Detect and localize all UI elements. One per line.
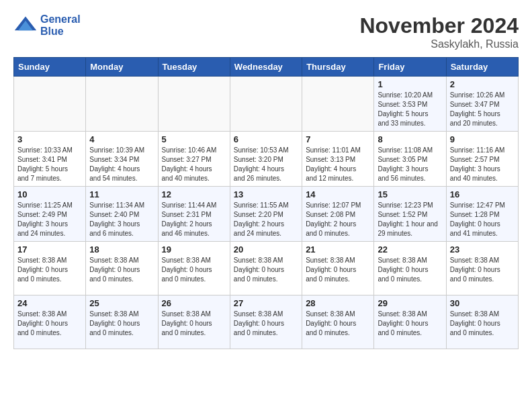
day-info: Sunset: 8:38 AM Daylight: 0 hours and 0 …: [450, 256, 515, 284]
calendar-cell: 19Sunset: 8:38 AM Daylight: 0 hours and …: [158, 242, 230, 295]
calendar-cell: 10Sunrise: 11:25 AM Sunset: 2:49 PM Dayl…: [14, 187, 86, 242]
day-number: 17: [17, 244, 82, 255]
day-info: Sunrise: 10:33 AM Sunset: 3:41 PM Daylig…: [17, 146, 82, 183]
day-number: 7: [306, 134, 370, 144]
calendar-cell: 4Sunrise: 10:39 AM Sunset: 3:34 PM Dayli…: [86, 132, 158, 187]
day-number: 3: [17, 134, 82, 144]
day-info: Sunrise: 12:23 PM Sunset: 1:52 PM Daylig…: [378, 201, 442, 238]
calendar-cell: 15Sunrise: 12:23 PM Sunset: 1:52 PM Dayl…: [374, 187, 446, 242]
calendar-cell: 17Sunset: 8:38 AM Daylight: 0 hours and …: [14, 242, 86, 295]
weekday-header-cell: Wednesday: [230, 58, 302, 77]
day-info: Sunrise: 11:01 AM Sunset: 3:13 PM Daylig…: [306, 146, 370, 183]
day-info: Sunset: 8:38 AM Daylight: 0 hours and 0 …: [450, 310, 515, 338]
calendar-table: SundayMondayTuesdayWednesdayThursdayFrid…: [13, 57, 519, 349]
day-info: Sunset: 8:38 AM Daylight: 0 hours and 0 …: [17, 310, 82, 338]
day-info: Sunrise: 11:55 AM Sunset: 2:20 PM Daylig…: [234, 201, 298, 238]
calendar-cell: 27Sunset: 8:38 AM Daylight: 0 hours and …: [230, 295, 302, 349]
logo-line2: Blue: [40, 26, 81, 38]
title-area: November 2024 Saskylakh, Russia: [359, 13, 519, 50]
day-number: 26: [162, 298, 226, 308]
day-number: 13: [234, 189, 298, 199]
day-number: 22: [378, 244, 442, 255]
day-number: 23: [450, 244, 515, 255]
day-number: 2: [450, 79, 515, 89]
day-number: 6: [234, 134, 298, 144]
day-number: 29: [378, 298, 442, 308]
day-info: Sunset: 8:38 AM Daylight: 0 hours and 0 …: [234, 310, 298, 338]
weekday-header-cell: Thursday: [302, 58, 374, 77]
day-info: Sunrise: 11:44 AM Sunset: 2:31 PM Daylig…: [162, 201, 226, 238]
weekday-header-cell: Sunday: [14, 58, 86, 77]
day-info: Sunset: 8:38 AM Daylight: 0 hours and 0 …: [306, 256, 370, 284]
calendar-cell: [302, 77, 374, 132]
calendar-cell: 22Sunset: 8:38 AM Daylight: 0 hours and …: [374, 242, 446, 295]
day-number: 12: [162, 189, 226, 199]
day-info: Sunrise: 11:34 AM Sunset: 2:40 PM Daylig…: [89, 201, 154, 238]
day-number: 8: [378, 134, 442, 144]
calendar-week-row: 24Sunset: 8:38 AM Daylight: 0 hours and …: [14, 295, 519, 349]
calendar-cell: 2Sunrise: 10:26 AM Sunset: 3:47 PM Dayli…: [446, 77, 518, 132]
logo: General Blue: [13, 13, 81, 38]
day-info: Sunrise: 10:46 AM Sunset: 3:27 PM Daylig…: [162, 146, 226, 183]
logo-icon: [13, 13, 38, 38]
weekday-header-cell: Saturday: [446, 58, 518, 77]
calendar-cell: [230, 77, 302, 132]
logo-text: General Blue: [40, 13, 81, 37]
calendar-cell: [158, 77, 230, 132]
calendar-cell: 6Sunrise: 10:53 AM Sunset: 3:20 PM Dayli…: [230, 132, 302, 187]
day-number: 11: [89, 189, 154, 199]
calendar-cell: 7Sunrise: 11:01 AM Sunset: 3:13 PM Dayli…: [302, 132, 374, 187]
day-info: Sunset: 8:38 AM Daylight: 0 hours and 0 …: [17, 256, 82, 284]
calendar-cell: 3Sunrise: 10:33 AM Sunset: 3:41 PM Dayli…: [14, 132, 86, 187]
logo-line1: General: [40, 13, 81, 26]
calendar-cell: 9Sunrise: 11:16 AM Sunset: 2:57 PM Dayli…: [446, 132, 518, 187]
calendar-cell: 29Sunset: 8:38 AM Daylight: 0 hours and …: [374, 295, 446, 349]
day-number: 10: [17, 189, 82, 199]
day-info: Sunset: 8:38 AM Daylight: 0 hours and 0 …: [162, 256, 226, 284]
calendar-cell: 26Sunset: 8:38 AM Daylight: 0 hours and …: [158, 295, 230, 349]
calendar-cell: 25Sunset: 8:38 AM Daylight: 0 hours and …: [86, 295, 158, 349]
day-info: Sunrise: 12:07 PM Sunset: 2:08 PM Daylig…: [306, 201, 370, 238]
calendar-body: 1Sunrise: 10:20 AM Sunset: 3:53 PM Dayli…: [14, 77, 519, 349]
calendar-cell: 12Sunrise: 11:44 AM Sunset: 2:31 PM Dayl…: [158, 187, 230, 242]
calendar-cell: 8Sunrise: 11:08 AM Sunset: 3:05 PM Dayli…: [374, 132, 446, 187]
calendar-cell: 23Sunset: 8:38 AM Daylight: 0 hours and …: [446, 242, 518, 295]
calendar-cell: 1Sunrise: 10:20 AM Sunset: 3:53 PM Dayli…: [374, 77, 446, 132]
location-title: Saskylakh, Russia: [359, 38, 519, 50]
day-number: 16: [450, 189, 515, 199]
day-info: Sunrise: 11:16 AM Sunset: 2:57 PM Daylig…: [450, 146, 515, 183]
weekday-header-cell: Tuesday: [158, 58, 230, 77]
day-info: Sunset: 8:38 AM Daylight: 0 hours and 0 …: [378, 256, 442, 284]
page-header: General Blue November 2024 Saskylakh, Ru…: [13, 13, 519, 50]
day-info: Sunset: 8:38 AM Daylight: 0 hours and 0 …: [89, 256, 154, 284]
day-number: 5: [162, 134, 226, 144]
day-info: Sunrise: 10:20 AM Sunset: 3:53 PM Daylig…: [378, 91, 442, 128]
weekday-header-cell: Monday: [86, 58, 158, 77]
day-number: 28: [306, 298, 370, 308]
day-number: 19: [162, 244, 226, 255]
day-number: 20: [234, 244, 298, 255]
calendar-cell: [14, 77, 86, 132]
calendar-cell: 11Sunrise: 11:34 AM Sunset: 2:40 PM Dayl…: [86, 187, 158, 242]
calendar-week-row: 10Sunrise: 11:25 AM Sunset: 2:49 PM Dayl…: [14, 187, 519, 242]
day-info: Sunset: 8:38 AM Daylight: 0 hours and 0 …: [89, 310, 154, 338]
calendar-week-row: 1Sunrise: 10:20 AM Sunset: 3:53 PM Dayli…: [14, 77, 519, 132]
day-number: 14: [306, 189, 370, 199]
day-info: Sunrise: 10:26 AM Sunset: 3:47 PM Daylig…: [450, 91, 515, 128]
calendar-cell: 13Sunrise: 11:55 AM Sunset: 2:20 PM Dayl…: [230, 187, 302, 242]
day-info: Sunrise: 10:53 AM Sunset: 3:20 PM Daylig…: [234, 146, 298, 183]
day-info: Sunrise: 10:39 AM Sunset: 3:34 PM Daylig…: [89, 146, 154, 183]
day-number: 15: [378, 189, 442, 199]
calendar-cell: 18Sunset: 8:38 AM Daylight: 0 hours and …: [86, 242, 158, 295]
day-info: Sunset: 8:38 AM Daylight: 0 hours and 0 …: [234, 256, 298, 284]
day-number: 1: [378, 79, 442, 89]
calendar-cell: 30Sunset: 8:38 AM Daylight: 0 hours and …: [446, 295, 518, 349]
day-number: 25: [89, 298, 154, 308]
day-number: 18: [89, 244, 154, 255]
day-number: 4: [89, 134, 154, 144]
calendar-cell: 28Sunset: 8:38 AM Daylight: 0 hours and …: [302, 295, 374, 349]
day-info: Sunrise: 11:25 AM Sunset: 2:49 PM Daylig…: [17, 201, 82, 238]
day-number: 21: [306, 244, 370, 255]
day-info: Sunset: 8:38 AM Daylight: 0 hours and 0 …: [162, 310, 226, 338]
month-title: November 2024: [359, 13, 519, 38]
